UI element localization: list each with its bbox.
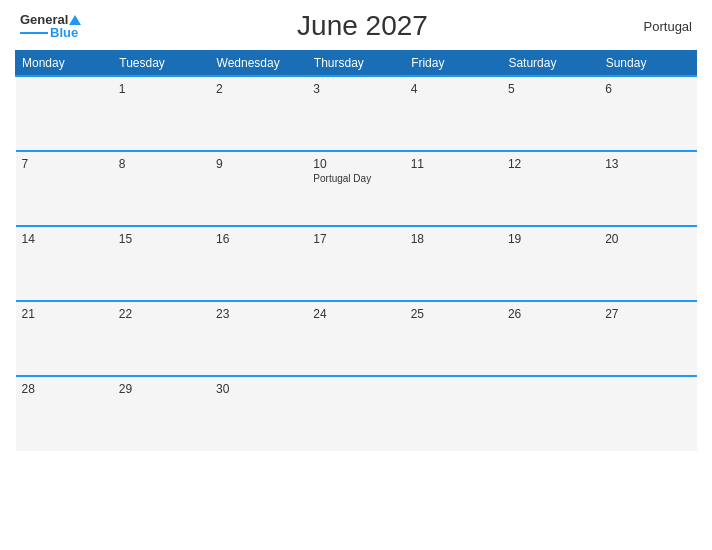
day-number: 17 — [313, 232, 398, 246]
day-number: 29 — [119, 382, 204, 396]
day-number: 20 — [605, 232, 690, 246]
day-number: 21 — [22, 307, 107, 321]
logo-blue: Blue — [50, 26, 78, 39]
day-number: 2 — [216, 82, 301, 96]
weekday-saturday: Saturday — [502, 51, 599, 77]
day-number: 26 — [508, 307, 593, 321]
day-number: 13 — [605, 157, 690, 171]
day-cell: 9 — [210, 151, 307, 226]
day-cell: 11 — [405, 151, 502, 226]
day-number: 10 — [313, 157, 398, 171]
day-number: 14 — [22, 232, 107, 246]
day-number: 6 — [605, 82, 690, 96]
weekday-thursday: Thursday — [307, 51, 404, 77]
day-cell — [307, 376, 404, 451]
day-cell: 16 — [210, 226, 307, 301]
month-title: June 2027 — [297, 10, 428, 42]
day-number: 5 — [508, 82, 593, 96]
day-number: 28 — [22, 382, 107, 396]
day-cell: 1 — [113, 76, 210, 151]
day-number: 30 — [216, 382, 301, 396]
day-cell: 24 — [307, 301, 404, 376]
week-row-2: 78910Portugal Day111213 — [16, 151, 697, 226]
day-number: 24 — [313, 307, 398, 321]
country-label: Portugal — [644, 19, 692, 34]
week-row-1: 123456 — [16, 76, 697, 151]
event-text: Portugal Day — [313, 173, 398, 184]
day-cell: 25 — [405, 301, 502, 376]
weekday-sunday: Sunday — [599, 51, 696, 77]
day-cell: 26 — [502, 301, 599, 376]
day-cell: 21 — [16, 301, 113, 376]
calendar-body: 12345678910Portugal Day11121314151617181… — [16, 76, 697, 451]
weekday-tuesday: Tuesday — [113, 51, 210, 77]
logo-line — [20, 32, 48, 34]
weekday-monday: Monday — [16, 51, 113, 77]
day-number: 22 — [119, 307, 204, 321]
day-cell: 8 — [113, 151, 210, 226]
day-number: 4 — [411, 82, 496, 96]
day-number: 16 — [216, 232, 301, 246]
day-cell: 10Portugal Day — [307, 151, 404, 226]
day-cell — [502, 376, 599, 451]
day-number: 7 — [22, 157, 107, 171]
day-cell: 28 — [16, 376, 113, 451]
day-cell: 14 — [16, 226, 113, 301]
day-cell: 19 — [502, 226, 599, 301]
weekday-header-row: Monday Tuesday Wednesday Thursday Friday… — [16, 51, 697, 77]
week-row-3: 14151617181920 — [16, 226, 697, 301]
day-number: 8 — [119, 157, 204, 171]
week-row-4: 21222324252627 — [16, 301, 697, 376]
weekday-friday: Friday — [405, 51, 502, 77]
day-number: 12 — [508, 157, 593, 171]
day-cell: 13 — [599, 151, 696, 226]
day-cell: 15 — [113, 226, 210, 301]
day-number: 11 — [411, 157, 496, 171]
day-cell: 29 — [113, 376, 210, 451]
day-cell — [405, 376, 502, 451]
header: General Blue June 2027 Portugal — [15, 10, 697, 42]
day-cell: 17 — [307, 226, 404, 301]
day-number: 15 — [119, 232, 204, 246]
calendar-table: Monday Tuesday Wednesday Thursday Friday… — [15, 50, 697, 451]
day-cell: 3 — [307, 76, 404, 151]
day-number: 23 — [216, 307, 301, 321]
day-number: 3 — [313, 82, 398, 96]
day-number: 25 — [411, 307, 496, 321]
day-cell: 7 — [16, 151, 113, 226]
day-cell — [16, 76, 113, 151]
week-row-5: 282930 — [16, 376, 697, 451]
day-cell: 22 — [113, 301, 210, 376]
day-number: 18 — [411, 232, 496, 246]
calendar-container: General Blue June 2027 Portugal Monday T… — [0, 0, 712, 550]
day-cell: 30 — [210, 376, 307, 451]
weekday-wednesday: Wednesday — [210, 51, 307, 77]
logo-triangle-icon — [69, 15, 81, 25]
day-cell: 23 — [210, 301, 307, 376]
day-cell: 5 — [502, 76, 599, 151]
day-cell: 2 — [210, 76, 307, 151]
day-number: 27 — [605, 307, 690, 321]
logo: General Blue — [20, 13, 81, 39]
day-cell: 18 — [405, 226, 502, 301]
day-cell: 20 — [599, 226, 696, 301]
day-number: 9 — [216, 157, 301, 171]
day-cell: 27 — [599, 301, 696, 376]
day-cell: 4 — [405, 76, 502, 151]
day-number: 19 — [508, 232, 593, 246]
day-cell — [599, 376, 696, 451]
day-number: 1 — [119, 82, 204, 96]
day-cell: 6 — [599, 76, 696, 151]
day-cell: 12 — [502, 151, 599, 226]
